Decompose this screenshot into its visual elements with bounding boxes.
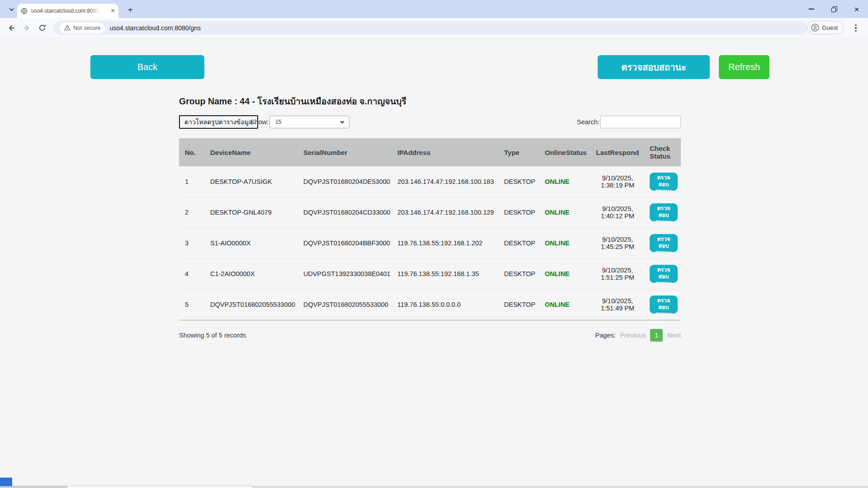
download-table-image-button[interactable]: ดาวโหลดรูปตารางข้อมูล <box>179 115 258 129</box>
cell-check: ตรวจสอบสถานะ <box>644 289 681 320</box>
cell-status: ONLINE <box>539 166 591 197</box>
next-page-link[interactable]: Next <box>667 332 681 339</box>
cell-serial: DQVPJST01680204DE53000 <box>297 166 392 197</box>
back-arrow-icon <box>7 23 16 33</box>
cell-ip: 203.146.174.47:192.168.100.183 <box>392 166 498 197</box>
cell-device: DQVPJST016802055533000 <box>204 289 297 320</box>
cell-device: DESKTOP-A7USIGK <box>204 166 297 197</box>
pages-label: Pages: <box>595 332 616 339</box>
new-tab-button[interactable]: + <box>125 5 136 15</box>
browser-toolbar: Not secure uso4.starcatcloud.com:8080/gn… <box>0 18 868 38</box>
table-header: No. DeviceName SerialNumber IPAddress Ty… <box>179 138 681 166</box>
reload-button[interactable] <box>34 20 50 36</box>
tab-strip: uso4.starcatcloud.com:8080/gns × + × <box>0 0 868 18</box>
cell-type: DESKTOP <box>498 258 539 289</box>
tab-search-button[interactable] <box>5 5 17 14</box>
window-controls: × <box>800 0 868 18</box>
record-count-text: Showing 5 of 5 records <box>179 332 246 339</box>
cell-ip: 119.76.138.55:192.168.1.202 <box>392 228 498 258</box>
browser-menu-button[interactable] <box>852 23 860 33</box>
table-footer: Showing 5 of 5 records Pages: Previous 1… <box>179 329 681 342</box>
check-status-row-button[interactable]: ตรวจสอบสถานะ <box>650 173 678 191</box>
device-table-body: 1DESKTOP-A7USIGKDQVPJST01680204DE5300020… <box>179 166 681 320</box>
check-status-row-button[interactable]: ตรวจสอบสถานะ <box>650 265 678 283</box>
table-row: 2DESKTOP-GNL4079DQVPJST01680204CD3300020… <box>179 197 681 228</box>
table-row: 1DESKTOP-A7USIGKDQVPJST01680204DE5300020… <box>179 166 681 197</box>
cell-last: 9/10/2025, 1:51:25 PM <box>591 258 644 289</box>
cell-ip: 119.76.138.55:0.0.0.0 <box>392 289 498 320</box>
cell-type: DESKTOP <box>498 197 539 228</box>
current-page-badge[interactable]: 1 <box>650 329 663 342</box>
cell-no: 2 <box>179 197 204 228</box>
cell-last: 9/10/2025, 1:51:49 PM <box>591 289 644 320</box>
reload-icon <box>38 23 47 32</box>
pagination: Pages: Previous 1 Next <box>595 329 681 342</box>
back-nav-button[interactable] <box>4 20 19 36</box>
taskbar-app-peek[interactable] <box>0 478 12 486</box>
page-title: Group Name : 44 - โรงเรียนบ้านเหมืองสองท… <box>179 94 406 108</box>
check-status-row-button[interactable]: ตรวจสอบสถานะ <box>650 296 678 314</box>
header-ipaddress: IPAddress <box>392 138 498 166</box>
minimize-icon <box>809 9 814 9</box>
taskbar-strip <box>0 486 868 488</box>
refresh-button[interactable]: Refresh <box>719 55 769 79</box>
previous-page-link[interactable]: Previous <box>620 332 646 339</box>
window-restore-button[interactable] <box>823 0 845 18</box>
cell-no: 3 <box>179 228 204 258</box>
header-no: No. <box>179 138 204 166</box>
cell-type: DESKTOP <box>498 228 539 258</box>
header-lastrespond: LastRespond <box>591 138 644 166</box>
cell-status: ONLINE <box>539 289 591 320</box>
profile-label: Guest <box>822 24 838 31</box>
show-select[interactable]: 15 <box>269 116 349 128</box>
window-minimize-button[interactable] <box>800 0 823 18</box>
tab-title: uso4.starcatcloud.com:8080/gns <box>31 8 100 14</box>
tab-close-icon[interactable]: × <box>111 7 115 14</box>
back-button[interactable]: Back <box>90 55 204 79</box>
check-status-row-button[interactable]: ตรวจสอบสถานะ <box>650 234 678 252</box>
omnibox[interactable]: Not secure uso4.starcatcloud.com:8080/gn… <box>53 21 807 35</box>
page-content: Back ตรวจสอบสถานะ Refresh Group Name : 4… <box>0 38 868 488</box>
table-row: 4C1-2AIO0000XUDVPGST1392330038E0401119.7… <box>179 258 681 289</box>
cell-serial: UDVPGST1392330038E0401 <box>297 258 392 289</box>
browser-window: uso4.starcatcloud.com:8080/gns × + × <box>0 0 868 488</box>
cell-last: 9/10/2025, 1:45:25 PM <box>591 228 644 258</box>
chevron-down-icon <box>9 7 14 11</box>
search-input[interactable] <box>600 116 681 128</box>
cell-device: DESKTOP-GNL4079 <box>204 197 297 228</box>
cell-last: 9/10/2025, 1:40:12 PM <box>591 197 644 228</box>
cell-type: DESKTOP <box>498 166 539 197</box>
header-serialnumber: SerialNumber <box>297 138 392 166</box>
security-label: Not secure <box>73 25 100 31</box>
cell-no: 1 <box>179 166 204 197</box>
check-status-all-button[interactable]: ตรวจสอบสถานะ <box>598 55 710 79</box>
cell-serial: DQVPJST01680204CD33000 <box>297 197 392 228</box>
cell-check: ตรวจสอบสถานะ <box>644 228 681 258</box>
chevron-down-icon <box>340 119 344 123</box>
forward-nav-button[interactable] <box>19 20 34 36</box>
browser-tab[interactable]: uso4.starcatcloud.com:8080/gns × <box>17 4 118 18</box>
table-row: 3S1-AIO0000XDQVPJST01680204BBF3000119.76… <box>179 228 681 258</box>
cell-device: S1-AIO0000X <box>204 228 297 258</box>
device-table: No. DeviceName SerialNumber IPAddress Ty… <box>179 138 681 320</box>
cell-status: ONLINE <box>539 197 591 228</box>
profile-button[interactable]: Guest <box>807 21 844 34</box>
header-onlinestatus: OnlineStatus <box>539 138 591 166</box>
cell-no: 4 <box>179 258 204 289</box>
cell-serial: DQVPJST01680204BBF3000 <box>297 228 392 258</box>
cell-status: ONLINE <box>539 228 591 258</box>
cell-serial: DQVPJST016802055533000 <box>297 289 392 320</box>
cell-check: ตรวจสอบสถานะ <box>644 258 681 289</box>
cell-no: 5 <box>179 289 204 320</box>
check-status-row-button[interactable]: ตรวจสอบสถานะ <box>650 203 678 221</box>
person-icon <box>811 23 819 32</box>
show-select-value: 15 <box>275 119 281 125</box>
cell-ip: 203.146.174.47:192.168.100.129 <box>392 197 498 228</box>
window-close-button[interactable]: × <box>845 0 868 18</box>
security-chip[interactable]: Not secure <box>60 23 105 33</box>
restore-icon <box>831 6 837 12</box>
url-text: uso4.starcatcloud.com:8080/gns <box>109 24 201 32</box>
cell-check: ตรวจสอบสถานะ <box>644 166 681 197</box>
cell-status: ONLINE <box>539 258 591 289</box>
cell-type: DESKTOP <box>498 289 539 320</box>
